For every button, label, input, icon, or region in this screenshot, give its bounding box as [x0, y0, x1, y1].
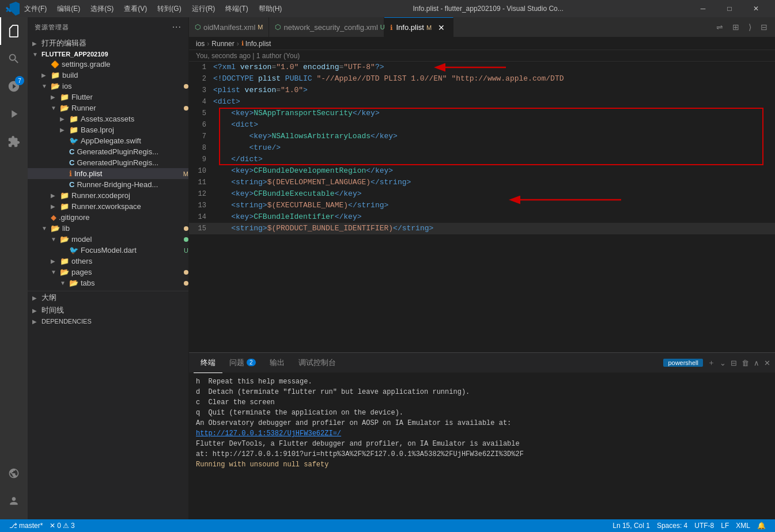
tree-others[interactable]: ▶ 📁 others	[28, 256, 188, 267]
tree-appdelegate[interactable]: 🐦 AppDelegate.swift	[28, 135, 188, 146]
panel-split-button[interactable]: ⌄	[720, 359, 726, 367]
activity-run[interactable]	[0, 100, 28, 128]
layout-button[interactable]: ⊟	[758, 21, 770, 33]
menu-help[interactable]: 帮助(H)	[254, 3, 287, 15]
panel-tab-debug-console[interactable]: 调试控制台	[292, 353, 343, 373]
tree-lib[interactable]: ▼ 📂 lib	[28, 223, 188, 234]
tree-assets-xcassets[interactable]: ▶ 📁 Assets.xcassets	[28, 113, 188, 124]
panel-chevron-up-button[interactable]: ∧	[754, 359, 759, 367]
activity-git[interactable]: 7	[0, 73, 28, 100]
panel-tab-problems[interactable]: 问题 2	[222, 353, 263, 373]
tree-focus-model[interactable]: 🐦 FocusModel.dart U	[28, 245, 188, 256]
tree-flutter-app[interactable]: ▼ FLUTTER_APP202109	[28, 50, 188, 59]
code-token: plist	[258, 74, 285, 83]
activity-account[interactable]	[0, 487, 28, 515]
sidebar-more-button[interactable]: ···	[172, 22, 182, 32]
activity-extensions[interactable]	[0, 128, 28, 155]
status-position[interactable]: Ln 15, Col 1	[609, 522, 653, 530]
menu-edit[interactable]: 编辑(E)	[52, 3, 85, 15]
panel-add-button[interactable]: ＋	[708, 358, 715, 368]
code-token: <key>	[231, 189, 254, 198]
tree-info-plist[interactable]: ℹ Info.plist M	[28, 168, 188, 179]
tab-info-plist[interactable]: ℹ Info.plist M ✕	[384, 17, 453, 37]
status-notifications[interactable]: 🔔	[754, 522, 769, 530]
tree-runner-bridging[interactable]: C Runner-Bridging-Head...	[28, 179, 188, 190]
tab-close-button[interactable]: ✕	[436, 22, 447, 33]
panel-close-button[interactable]: ✕	[764, 359, 770, 367]
tree-generated-plugin-2[interactable]: C GeneratedPluginRegis...	[28, 157, 188, 168]
bell-icon: 🔔	[757, 522, 766, 530]
panel-tab-output[interactable]: 输出	[263, 353, 292, 373]
status-bar: ⎇ master* ✕ 0 ⚠ 3 Ln 15, Col 1 Spaces: 4…	[0, 519, 775, 532]
tree-timeline[interactable]: ▶ 时间线	[28, 304, 188, 317]
tree-runner-xcworkspace[interactable]: ▶ 📁 Runner.xcworkspace	[28, 201, 188, 212]
menu-file[interactable]: 文件(F)	[20, 3, 51, 15]
tree-pages[interactable]: ▼ 📂 pages	[28, 267, 188, 278]
toggle-panel-button[interactable]: ⊞	[729, 21, 742, 33]
code-token: </dict>	[231, 155, 263, 164]
code-editor[interactable]: 1 <?xml version="1.0" encoding="UTF-8"?>…	[189, 62, 775, 234]
menu-view[interactable]: 查看(V)	[119, 3, 152, 15]
breadcrumb-part-ios[interactable]: ios	[196, 40, 205, 48]
line-content: <string>$(EXECUTABLE_NAME)</string>	[213, 200, 775, 211]
code-token: <dict>	[231, 120, 258, 129]
close-button[interactable]: ✕	[743, 0, 769, 17]
tree-gitignore[interactable]: ◆ .gitignore	[28, 212, 188, 223]
menu-terminal[interactable]: 终端(T)	[221, 3, 252, 15]
tree-outline[interactable]: ▶ 大纲	[28, 291, 188, 304]
sidebar-title: 资源管理器	[35, 23, 69, 32]
breadcrumb-part-file[interactable]: Info.plist	[245, 40, 271, 48]
breadcrumb-part-runner[interactable]: Runner	[211, 40, 234, 48]
panel-trash-button[interactable]: 🗑	[742, 359, 749, 367]
code-token	[213, 201, 231, 210]
status-language[interactable]: XML	[732, 522, 754, 530]
activity-search[interactable]	[0, 45, 28, 73]
tab-oidmanifest[interactable]: ⬡ oidManifest.xml M	[189, 17, 269, 37]
tree-base-lproj[interactable]: ▶ 📁 Base.lproj	[28, 124, 188, 135]
panel-layout-button[interactable]: ⊟	[731, 359, 737, 367]
line-content: <dict>	[213, 96, 775, 108]
menu-run[interactable]: 运行(R)	[187, 3, 220, 15]
window-controls: ─ □ ✕	[690, 0, 769, 17]
status-indent[interactable]: Spaces: 4	[653, 522, 691, 530]
panel-tab-terminal[interactable]: 终端	[194, 353, 222, 373]
split-editor-button[interactable]: ⇌	[713, 21, 726, 33]
tree-open-editors[interactable]: ▶ 打开的编辑器	[28, 37, 188, 50]
terminal-content[interactable]: h Repeat this help message. d Detach (te…	[189, 373, 775, 519]
sidebar-item-label: .gitignore	[59, 213, 188, 222]
status-encoding[interactable]: UTF-8	[691, 522, 717, 530]
tree-flutter[interactable]: ▶ 📁 Flutter	[28, 92, 188, 102]
maximize-button[interactable]: □	[716, 0, 743, 17]
tree-build[interactable]: ▶ 📁 build	[28, 70, 188, 81]
tree-tabs[interactable]: ▼ 📂 tabs	[28, 278, 188, 288]
menu-select[interactable]: 选择(S)	[86, 3, 118, 15]
status-eol[interactable]: LF	[717, 522, 732, 530]
line-content: </dict>	[213, 154, 775, 165]
tree-ios[interactable]: ▼ 📂 ios	[28, 81, 188, 92]
tree-dependencies[interactable]: ▶ DEPENDENCIES	[28, 317, 188, 326]
menu-goto[interactable]: 转到(G)	[153, 3, 186, 15]
tab-label: oidManifest.xml	[203, 23, 255, 32]
tree-model[interactable]: ▼ 📂 model	[28, 234, 188, 245]
tree-runner-xcodeproj[interactable]: ▶ 📁 Runner.xcodeproj	[28, 190, 188, 201]
status-errors[interactable]: ✕ 0 ⚠ 3	[46, 522, 78, 530]
code-token: version	[245, 86, 277, 94]
breadcrumb-separator: ›	[207, 40, 209, 48]
more-tabs-button[interactable]: ⟩	[746, 21, 754, 33]
panel: 终端 问题 2 输出 调试控制台 powershell ＋ ⌄ ⊟ 🗑	[189, 352, 775, 519]
minimize-button[interactable]: ─	[690, 0, 716, 17]
terminal-link[interactable]: http://127.0.0.1:5382/UjHFW3e62ZI=/	[196, 430, 341, 438]
code-token: "-//Apple//DTD PLIST 1.0//EN"	[316, 74, 451, 83]
status-branch[interactable]: ⎇ master*	[6, 522, 46, 530]
tree-runner[interactable]: ▼ 📂 Runner	[28, 102, 188, 113]
code-token: "UTF-8"	[343, 63, 375, 71]
status-branch-label: master*	[19, 522, 43, 530]
tab-network-security[interactable]: ⬡ network_security_config.xml U	[269, 17, 384, 37]
tree-settings-gradle[interactable]: 🔶 settings.gradle	[28, 59, 188, 70]
code-editor-wrapper[interactable]: 1 <?xml version="1.0" encoding="UTF-8"?>…	[189, 62, 775, 352]
activity-remote[interactable]	[0, 459, 28, 487]
tree-generated-plugin-1[interactable]: C GeneratedPluginRegis...	[28, 146, 188, 157]
plist-icon: ℹ	[69, 169, 72, 178]
panel-tab-label: 输出	[270, 358, 285, 368]
activity-explorer[interactable]	[0, 17, 28, 45]
